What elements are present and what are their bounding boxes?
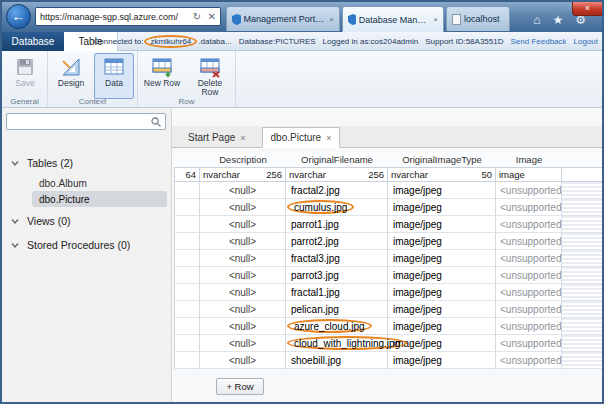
cell-image-type[interactable]: image/jpeg (388, 250, 496, 267)
cell-row-margin[interactable] (174, 301, 200, 318)
delete-row-button[interactable]: Delete Row (188, 53, 232, 99)
cell-filename[interactable]: parrot1.jpg (286, 216, 388, 233)
column-header-originalimagetype[interactable]: OriginalImageType (388, 152, 496, 167)
home-icon[interactable]: ⌂ (533, 13, 540, 27)
favorites-icon[interactable]: ★ (552, 13, 563, 27)
grid-row[interactable]: <null>fractal1.jpgimage/jpeg<unsupported… (174, 284, 604, 301)
grid-row[interactable]: <null>parrot2.jpgimage/jpeg<unsupported> (174, 233, 604, 250)
cell-image-type[interactable]: image/jpeg (388, 182, 496, 199)
cell-image-type[interactable]: image/jpeg (388, 318, 496, 335)
grid-row[interactable]: <null>azure_cloud.jpgimage/jpeg<unsuppor… (174, 318, 604, 335)
tab-start-page[interactable]: Start Page × (179, 127, 255, 148)
cell-image[interactable]: <unsupported> (496, 250, 562, 267)
column-header-description[interactable]: Description (200, 152, 286, 167)
url-bar[interactable]: https://manage-sgp.sql.azure.com/ ↻ ✕ (35, 7, 221, 26)
cell-image-type[interactable]: image/jpeg (388, 267, 496, 284)
cell-image-type[interactable]: image/jpeg (388, 199, 496, 216)
sidebar-section-stored-procedures[interactable]: Stored Procedures (0) (2, 237, 171, 253)
browser-tab-localhost[interactable]: localhost (446, 6, 510, 31)
cell-image-type[interactable]: image/jpeg (388, 301, 496, 318)
grid-row[interactable]: <null>cumulus.jpgimage/jpeg<unsupported> (174, 199, 604, 216)
cell-filename[interactable]: pelican.jpg (286, 301, 388, 318)
cell-image[interactable]: <unsupported> (496, 199, 562, 216)
cell-row-margin[interactable] (174, 182, 200, 199)
cell-row-margin[interactable] (174, 335, 200, 352)
cell-filename[interactable]: parrot2.jpg (286, 233, 388, 250)
sidebar-section-tables[interactable]: Tables (2) (2, 155, 171, 171)
cell-description[interactable]: <null> (200, 301, 286, 318)
chevron-down-icon[interactable] (11, 159, 19, 167)
cell-filename[interactable]: fractal2.jpg (286, 182, 388, 199)
cell-image-type[interactable]: image/jpeg (388, 284, 496, 301)
cell-image[interactable]: <unsupported> (496, 267, 562, 284)
cell-image[interactable]: <unsupported> (496, 352, 562, 369)
cell-row-margin[interactable] (174, 216, 200, 233)
cell-image-type[interactable]: image/jpeg (388, 233, 496, 250)
cell-description[interactable]: <null> (200, 267, 286, 284)
back-button[interactable]: ← (6, 4, 31, 29)
column-header-image[interactable]: Image (496, 152, 562, 167)
cell-filename[interactable]: parrot3.jpg (286, 267, 388, 284)
cell-description[interactable]: <null> (200, 318, 286, 335)
sidebar-item-dbo-picture[interactable]: dbo.Picture (32, 191, 167, 207)
cell-row-margin[interactable] (174, 284, 200, 301)
sidebar-item-dbo-album[interactable]: dbo.Album (32, 175, 167, 191)
cell-filename[interactable]: azure_cloud.jpg (286, 318, 388, 335)
cell-image[interactable]: <unsupported> (496, 216, 562, 233)
ribbon-tab-database[interactable]: Database (2, 32, 64, 51)
cell-image-type[interactable]: image/jpeg (388, 216, 496, 233)
cell-image[interactable]: <unsupported> (496, 284, 562, 301)
cell-description[interactable]: <null> (200, 352, 286, 369)
tab-dbo-picture[interactable]: dbo.Picture × (262, 127, 341, 148)
browser-tab-database-manager[interactable]: Database Manager 1... × (342, 6, 444, 32)
cell-filename[interactable]: cumulus.jpg (286, 199, 388, 216)
cell-image[interactable]: <unsupported> (496, 182, 562, 199)
cell-description[interactable]: <null> (200, 250, 286, 267)
add-row-button[interactable]: + Row (216, 378, 264, 395)
cell-row-margin[interactable] (174, 267, 200, 284)
tab-close-icon[interactable]: × (329, 15, 334, 24)
column-header-originalfilename[interactable]: OriginalFilename (286, 152, 388, 167)
send-feedback-link[interactable]: Send Feedback (510, 37, 566, 46)
grid-row[interactable]: <null>pelican.jpgimage/jpeg<unsupported> (174, 301, 604, 318)
cell-filename[interactable]: shoebill.jpg (286, 352, 388, 369)
cell-filename[interactable]: fractal1.jpg (286, 284, 388, 301)
cell-row-margin[interactable] (174, 318, 200, 335)
cell-image-type[interactable]: image/jpeg (388, 352, 496, 369)
tab-close-icon[interactable]: × (433, 15, 438, 24)
cell-image[interactable]: <unsupported> (496, 335, 562, 352)
tab-close-icon[interactable]: × (326, 133, 331, 143)
grid-row[interactable]: <null>parrot3.jpgimage/jpeg<unsupported> (174, 267, 604, 284)
cell-filename[interactable]: cloud_with_lightning.jpg (286, 335, 388, 352)
cell-description[interactable]: <null> (200, 284, 286, 301)
cell-description[interactable]: <null> (200, 182, 286, 199)
new-row-button[interactable]: New Row (140, 53, 184, 99)
cell-row-margin[interactable] (174, 233, 200, 250)
chevron-down-icon[interactable] (11, 217, 19, 225)
grid-row[interactable]: <null>cloud_with_lightning.jpgimage/jpeg… (174, 335, 604, 352)
grid-row[interactable]: <null>fractal2.jpgimage/jpeg<unsupported… (174, 182, 604, 199)
cell-description[interactable]: <null> (200, 216, 286, 233)
grid-row[interactable]: <null>parrot1.jpgimage/jpeg<unsupported> (174, 216, 604, 233)
cell-description[interactable]: <null> (200, 199, 286, 216)
chevron-down-icon[interactable] (11, 241, 19, 249)
window-close-button[interactable]: × (572, 2, 602, 16)
cell-filename[interactable]: fractal3.jpg (286, 250, 388, 267)
logout-link[interactable]: Logout (574, 37, 598, 46)
cell-row-margin[interactable] (174, 250, 200, 267)
tab-close-icon[interactable]: × (240, 133, 245, 143)
stop-icon[interactable]: ✕ (208, 11, 216, 22)
cell-description[interactable]: <null> (200, 233, 286, 250)
design-button[interactable]: Design (51, 53, 91, 99)
cell-row-margin[interactable] (174, 352, 200, 369)
refresh-icon[interactable]: ↻ (193, 11, 201, 22)
grid-row[interactable]: <null>fractal3.jpgimage/jpeg<unsupported… (174, 250, 604, 267)
browser-tab-management-portal[interactable]: Management Portal – ... × (226, 6, 340, 31)
sidebar-section-views[interactable]: Views (0) (2, 213, 171, 229)
data-button[interactable]: Data (94, 53, 134, 99)
save-button[interactable]: Save (5, 53, 45, 99)
cell-image[interactable]: <unsupported> (496, 233, 562, 250)
cell-row-margin[interactable] (174, 199, 200, 216)
cell-description[interactable]: <null> (200, 335, 286, 352)
column-header[interactable] (174, 152, 200, 167)
